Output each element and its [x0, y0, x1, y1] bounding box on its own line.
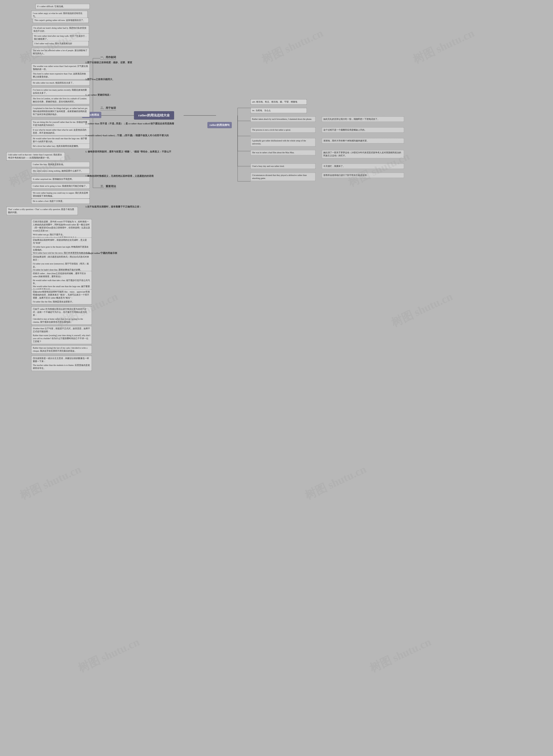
content-box-7: The new law has affected rather a lot of…	[31, 48, 89, 56]
example-6-en: Circumstances dictated that they played …	[251, 173, 315, 181]
watermark-10: 树图 shutu.cn	[76, 635, 142, 676]
content-box-12: She lives in London, or rather she lives…	[31, 96, 90, 104]
center-node: rather的用法总结大全	[134, 111, 174, 120]
sub-label-3-unclear: 3.当不知道用法清楚时，道有着量于不正确用法之前：	[85, 205, 142, 209]
content-box-18: I did rather well in that test—better th…	[6, 152, 65, 160]
sub-label-would-rather: 3. would rather(=had rather)…宁愿…(而不愿)：情愿…	[85, 134, 169, 137]
example-6-zh: 形势所迫使得他们进行了防守而非不能进攻球。	[322, 173, 404, 178]
content-box-teacher-rather: ③当该情形是一或分分主主意语，则建议以前的数量也一样重要一下来： The tea…	[31, 356, 92, 371]
sub-label-2: 2.用于比较级之前表程度：颇多、还要、要更	[85, 61, 132, 65]
right-branch-node: rather的用法例句	[208, 122, 232, 128]
content-box-20: She rather enjoys doing nothing. 她倒蛮爱什么都…	[31, 168, 90, 174]
example-5-zh: 今天很忙，我累坏了。	[322, 164, 404, 169]
content-box-5: We were rather tired after our long walk…	[32, 33, 89, 42]
usage-adv-note: adv. 相当地、有点、相当地、颇、守望、稍微地	[251, 99, 307, 104]
content-box-rather-like-film: ⑤如rather情形情况说明时可能而 like、enjoy、appreciate…	[31, 289, 92, 304]
sub-label-2-verb: 2.修饰动词时情感语义，兄弟拒绝以某种语境，义是愿意的的语境	[85, 174, 154, 178]
example-1-en: Rather taken aback by such forwardness, …	[251, 116, 315, 122]
content-box-rather-use: Rather than use [using] the last of my c…	[31, 346, 92, 354]
section-two-label: 二、用于短语	[100, 106, 116, 110]
content-box-8: The weather was rather worse than I had …	[31, 64, 90, 72]
usage-int-note: int. 当然地、当么么	[251, 108, 307, 113]
canvas: rather的用法总结大全 rather的用法 rather的用法例句 一、用作…	[0, 0, 553, 756]
content-box-13: I explained to him how far things had go…	[31, 106, 90, 117]
content-box-23: We were rather hoping you could stay to …	[31, 190, 90, 199]
content-box-16: He would rather have the small one than …	[31, 136, 90, 144]
content-box-14: You are doing this for yourself rather t…	[31, 120, 90, 128]
watermark-8: 树图 shutu.cn	[17, 462, 84, 503]
watermark-9: 树图 shutu.cn	[302, 462, 369, 503]
section-one-label: 一、用作副词	[100, 56, 116, 60]
content-box-rather-walk: ④表示 rather…than (than之后也按动词省略，通常不区分 rath…	[31, 271, 92, 292]
example-4-zh: 她出演了一部关于茅茅运动（20世纪50年代肯尼亚武装争求人反对英国殖民统治的民族…	[322, 150, 404, 158]
content-box-10: He talks rather too much. 他说得实在太多了。	[31, 80, 90, 86]
content-box-24: He is rather a fool. 他是个大笨蛋。	[31, 199, 90, 204]
example-4-en: She was in rather a bad film about the M…	[251, 150, 315, 155]
sub-label-3: 3.用于Foo之前表示颇用大、	[85, 78, 115, 81]
example-3-en: I gradually got rather disillusioned wit…	[251, 138, 315, 147]
watermark-2: 树图 shutu.cn	[259, 26, 325, 67]
sub-label-rather-than: 2. rather than 而不是（不是...而是）；是 n rather t…	[85, 122, 174, 126]
content-box-6: I feel rather well today. 我今天感觉相当好	[33, 41, 89, 46]
watermark-3: 树图 shutu.cn	[410, 26, 477, 67]
content-box-rather-went: ③但如果说明（表示愿意说到而来式）用过去式式形式对来表示： I'd rather…	[31, 254, 92, 272]
example-2-zh: 这个过程不是一个圆圈而应用是螺旋上升的。	[322, 127, 404, 132]
content-box-15: It was what he meant rather than what he…	[31, 127, 90, 135]
example-3-zh: 渐渐地，我对大学的整个体制感到越来越失望。	[322, 138, 404, 144]
content-box-3: This carpet's getting rather old now. 这块…	[33, 18, 89, 23]
content-box-22: I rather think we're going to lose. 我感觉我…	[31, 184, 90, 189]
content-box-9: This hotel is rather more expensive than…	[31, 71, 90, 79]
content-box-11: I've been to rather too many parties rec…	[31, 87, 90, 96]
content-box-would-rather-large: ①表示现在进展，其中的 would 不可缩短为 'd，此时表统一人称由此此处情重…	[31, 219, 92, 240]
watermark-7: 树图 shutu.cn	[389, 289, 455, 331]
content-box-1: It' s rather difficult. 它相当难。	[35, 4, 90, 9]
content-box-rather-waste: ②rather than 位于句首，前提是不正式式，故其意思，如果不正式也可能说…	[31, 326, 92, 344]
watermark-11: 树图 shutu.cn	[367, 635, 433, 676]
content-box-21: It rather surprised me. 那倒确实出乎我意料。	[31, 177, 90, 182]
example-2-en: The process is not a circle but rather a…	[251, 127, 315, 132]
sub-label-1-rather: 1. 修饰形容词和副词，通常与前置义"稍微"、"颇道"等结合，如果意义：不那么不	[85, 150, 171, 154]
content-box-25: That' s rather a silly question.= That' …	[6, 207, 78, 215]
section-three-label: 三、重要用法	[100, 185, 116, 189]
example-5-en: I had a busy day and was rather tired.	[251, 164, 315, 169]
content-box-decided-stay: ①由于 rather 作为情感位置后以进行情况位置为动词不定式：这就一个不确定可…	[31, 306, 92, 325]
content-box-4: I'm afraid our team's doing rather bad l…	[32, 25, 89, 34]
content-box-17: He's clever but rather lazy. 他其实聪明但就是懒惰。	[31, 144, 90, 149]
content-box-19: I rather like him. 我倒真蛮喜欢他。	[31, 162, 90, 167]
example-1-zh: 如此无礼的言辞让我大吃一惊，我随即把一下把电话挂了。	[322, 116, 404, 122]
